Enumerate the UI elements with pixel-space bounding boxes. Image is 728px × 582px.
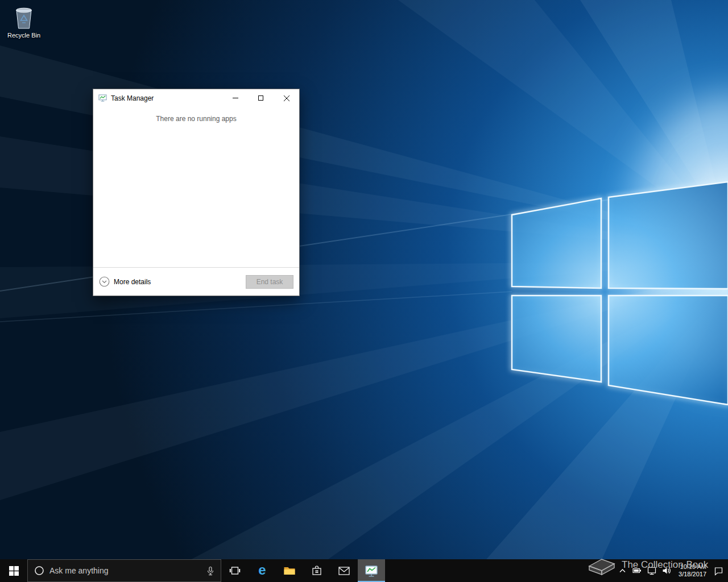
task-view-button[interactable]	[221, 559, 249, 582]
taskbar-task-manager-button[interactable]	[358, 559, 385, 582]
taskbar-store-button[interactable]	[303, 559, 330, 582]
edge-icon: e	[255, 563, 270, 578]
file-explorer-icon	[283, 564, 296, 577]
maximize-button[interactable]	[248, 89, 274, 107]
clock-date: 3/18/2017	[679, 571, 706, 578]
recycle-bin-label: Recycle Bin	[7, 32, 40, 39]
clock-time: 10:10 AM	[680, 563, 706, 571]
taskbar-mail-button[interactable]	[330, 559, 358, 582]
task-manager-window: Task Manager There are no running apps	[93, 89, 300, 296]
volume-icon	[662, 566, 671, 575]
recycle-bin-icon	[11, 3, 37, 31]
taskbar-spacer	[385, 559, 615, 582]
desktop: Recycle Bin Task Manager	[0, 0, 728, 582]
battery-icon	[632, 566, 642, 575]
action-center-button[interactable]	[711, 559, 726, 582]
network-tray-button[interactable]	[644, 559, 659, 582]
windows-logo-icon	[9, 566, 19, 576]
taskbar-edge-button[interactable]: e	[249, 559, 276, 582]
show-hidden-icons-button[interactable]	[615, 559, 630, 582]
svg-text:e: e	[258, 563, 266, 577]
more-details-label: More details	[114, 278, 151, 286]
task-manager-footer: More details End task	[93, 267, 299, 296]
action-center-icon	[714, 566, 723, 576]
task-view-icon	[229, 565, 241, 576]
start-button[interactable]	[0, 559, 27, 582]
store-icon	[310, 564, 324, 577]
task-manager-titlebar[interactable]: Task Manager	[93, 89, 299, 107]
taskbar-clock[interactable]: 10:10 AM 3/18/2017	[674, 563, 711, 578]
mail-icon	[337, 564, 351, 577]
window-title: Task Manager	[111, 94, 154, 102]
recycle-bin-desktop-icon[interactable]: Recycle Bin	[3, 3, 44, 39]
volume-tray-button[interactable]	[659, 559, 674, 582]
window-controls	[222, 89, 299, 107]
microphone-icon[interactable]	[205, 566, 216, 576]
task-manager-app-icon	[98, 94, 107, 102]
minimize-button[interactable]	[222, 89, 248, 107]
task-manager-taskbar-icon	[365, 564, 378, 577]
maximize-icon	[258, 95, 263, 101]
cortana-circle-icon	[34, 566, 44, 576]
close-icon	[284, 95, 289, 101]
chevron-up-icon	[618, 567, 627, 575]
running-apps-list[interactable]: There are no running apps	[93, 107, 299, 267]
more-details-button[interactable]: More details	[99, 276, 151, 287]
battery-tray-button[interactable]	[630, 559, 644, 582]
minimize-icon	[233, 98, 238, 98]
no-running-apps-message: There are no running apps	[93, 115, 299, 123]
taskbar-file-explorer-button[interactable]	[276, 559, 303, 582]
search-input[interactable]	[49, 566, 200, 575]
taskbar: e	[0, 559, 728, 582]
system-tray: 10:10 AM 3/18/2017	[615, 559, 728, 582]
close-button[interactable]	[274, 89, 299, 107]
end-task-button[interactable]: End task	[246, 275, 293, 289]
network-icon	[647, 566, 656, 575]
chevron-down-circle-icon	[99, 276, 110, 287]
cortana-search-box[interactable]	[27, 559, 221, 582]
